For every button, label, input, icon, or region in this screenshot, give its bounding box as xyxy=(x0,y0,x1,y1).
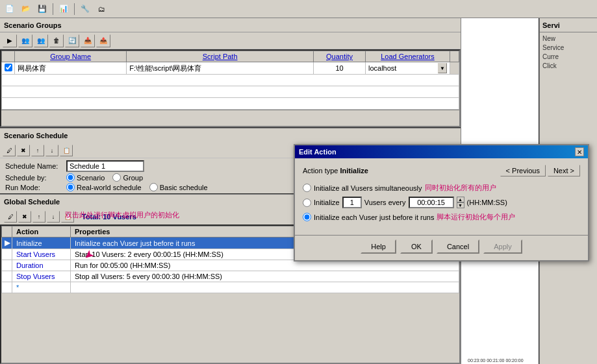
cancel-button[interactable]: Cancel xyxy=(437,239,479,254)
apply-button[interactable]: Apply xyxy=(483,239,522,254)
init-option-1-chinese: 同时初始化所有的用户 xyxy=(425,183,496,193)
init-option-2-radio[interactable] xyxy=(303,199,311,207)
time-input[interactable] xyxy=(409,197,454,208)
action-type-label: Action type xyxy=(303,167,338,175)
hhmm-label: (HH:MM:SS) xyxy=(467,199,507,206)
init-option-3-radio[interactable] xyxy=(303,213,311,221)
init-option-3-label: Initialize each Vuser just before it run… xyxy=(314,213,434,221)
dialog-close-button[interactable]: ✕ xyxy=(575,147,584,156)
init-option-3-chinese: 脚本运行初始化每个用户 xyxy=(437,212,515,222)
time-up-btn[interactable]: ▲ xyxy=(457,197,464,202)
init-option-1-label: Initialize all Vusers simultaneously xyxy=(314,184,422,192)
prev-button[interactable]: < Previous xyxy=(500,165,546,176)
next-button[interactable]: Next > xyxy=(548,165,580,176)
init-option-2-label: Initialize xyxy=(314,199,340,206)
action-type-value: Initialize xyxy=(340,167,368,175)
ok-button[interactable]: OK xyxy=(400,239,433,254)
time-dn-btn[interactable]: ▼ xyxy=(457,202,464,208)
vusers-every-label: Vusers every xyxy=(364,199,406,206)
modal-overlay: Edit Action ✕ Action type Initialize < P… xyxy=(0,0,597,364)
help-button[interactable]: Help xyxy=(361,239,396,254)
init-option-1-radio[interactable] xyxy=(303,184,311,192)
dialog-footer: Help OK Cancel Apply xyxy=(295,235,588,260)
dialog-titlebar: Edit Action ✕ xyxy=(295,145,588,158)
dialog-title: Edit Action xyxy=(299,148,337,156)
vuser-count-input[interactable] xyxy=(342,197,362,208)
edit-action-dialog[interactable]: Edit Action ✕ Action type Initialize < P… xyxy=(294,144,589,261)
